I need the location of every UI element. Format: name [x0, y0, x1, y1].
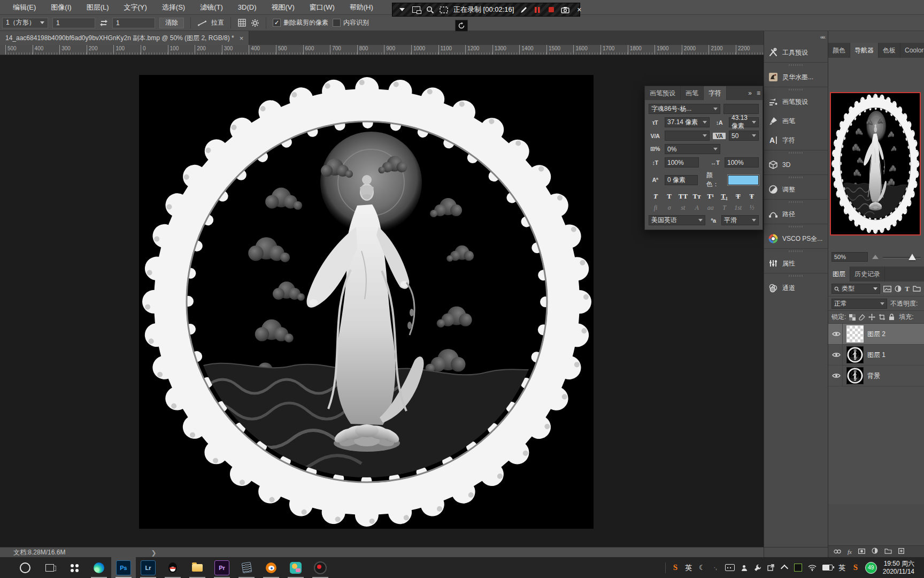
new-layer-icon[interactable] — [898, 547, 904, 556]
filter-pixel-layers-icon[interactable] — [883, 286, 891, 292]
taskbar-app-icon[interactable] — [37, 557, 62, 578]
recorder-camera-icon[interactable] — [561, 5, 569, 14]
layer-row[interactable]: 图层 1 — [828, 345, 924, 366]
taskbar-app-icon[interactable] — [160, 557, 185, 578]
crop-ratio-preset-select[interactable]: 1（方形） — [2, 18, 48, 28]
font-style-select[interactable] — [723, 104, 759, 114]
navigator-zoom-input[interactable]: 50% — [831, 252, 868, 262]
wifi-icon[interactable] — [808, 565, 817, 571]
document-image[interactable] — [139, 75, 594, 529]
vertical-scale-input[interactable]: 100% — [665, 157, 699, 168]
user-icon[interactable] — [741, 565, 748, 571]
filter-type-layers-icon[interactable]: T — [905, 285, 910, 293]
taskbar-app-icon[interactable] — [62, 557, 87, 578]
text-style-button[interactable]: T¹ — [705, 192, 717, 201]
recorder-stop-icon[interactable] — [547, 5, 556, 14]
touch-keyboard-icon[interactable] — [725, 564, 735, 571]
clear-button[interactable]: 清除 — [159, 18, 184, 28]
layer-thumbnail[interactable] — [847, 347, 863, 363]
menu-item[interactable]: 编辑(E) — [5, 0, 43, 15]
ime-language-icon-2[interactable]: 英 — [838, 563, 846, 573]
layer-visibility-eye-icon[interactable] — [830, 324, 843, 344]
opentype-button[interactable]: fi — [650, 204, 661, 212]
kerning-select[interactable] — [665, 131, 710, 141]
text-style-button[interactable]: Ŧ — [746, 192, 758, 201]
baseline-shift-input[interactable]: 0 像素 — [665, 175, 698, 185]
straighten-label[interactable]: 拉直 — [211, 18, 224, 27]
text-style-button[interactable]: TT — [677, 192, 689, 201]
notification-badge[interactable]: 49 — [865, 562, 877, 574]
new-group-icon[interactable] — [884, 547, 892, 556]
panel-expand-icon[interactable]: » — [745, 86, 754, 100]
opentype-button[interactable]: T — [719, 204, 730, 212]
settings-wrench-icon[interactable] — [754, 564, 761, 572]
content-aware-option[interactable]: 内容识别 — [333, 18, 369, 27]
panel-strip-item[interactable]: 调整 — [764, 180, 828, 199]
crop-settings-gear-icon[interactable] — [251, 19, 259, 27]
panel-strip-item[interactable]: 灵华水墨... — [764, 67, 828, 87]
layer-row[interactable]: 图层 2 — [828, 324, 924, 345]
recorder-collapse-icon[interactable] — [398, 5, 406, 14]
panel-strip-item[interactable]: 字符 — [764, 131, 828, 150]
tab-close-icon[interactable]: × — [240, 35, 244, 42]
recorder-close-icon[interactable]: × — [575, 5, 583, 14]
menu-item[interactable]: 文字(Y) — [117, 0, 155, 15]
layer-thumbnail[interactable] — [847, 326, 863, 342]
opentype-button[interactable]: σ — [664, 204, 675, 212]
sogou-input-icon[interactable]: S — [672, 563, 679, 572]
recorder-magnifier-icon[interactable] — [426, 5, 434, 14]
ime-dots-icon[interactable]: ·, — [712, 565, 719, 571]
link-layers-icon[interactable] — [834, 547, 841, 556]
layer-thumbnail[interactable] — [847, 368, 863, 384]
document-size-info[interactable]: 文档:8.28M/16.6M — [13, 548, 65, 557]
panel-strip-item[interactable]: 3D — [764, 155, 828, 174]
taskbar-app-icon[interactable]: Ps — [111, 557, 136, 578]
text-style-button[interactable]: T₁ — [719, 192, 730, 201]
menu-item[interactable]: 选择(S) — [155, 0, 192, 15]
recorder-region-icon[interactable] — [440, 5, 448, 14]
add-mask-icon[interactable] — [858, 547, 865, 556]
layer-name[interactable]: 图层 1 — [867, 351, 886, 360]
filter-group-layers-icon[interactable] — [913, 286, 921, 292]
ime-language-icon[interactable]: 英 — [685, 563, 692, 573]
lock-pixels-icon[interactable] — [859, 314, 865, 321]
panel-strip-item[interactable]: 画笔 — [764, 111, 828, 131]
new-adjustment-layer-icon[interactable] — [872, 547, 878, 556]
taskbar-app-icon[interactable] — [13, 557, 37, 578]
font-family-select[interactable]: 字魂86号-杨... — [649, 104, 720, 114]
recorder-restart-button[interactable] — [455, 20, 468, 32]
panel-menu-icon[interactable]: ≡ — [754, 86, 763, 100]
tracking-select[interactable]: 50 — [729, 131, 759, 141]
text-style-button[interactable]: T — [650, 192, 661, 201]
blend-mode-select[interactable]: 正常 — [831, 299, 887, 309]
menu-item[interactable]: 窗口(W) — [302, 0, 342, 15]
horizontal-ruler[interactable]: 5004003002001000100200300400500600700800… — [0, 45, 764, 55]
crop-width-input[interactable]: 1 — [52, 18, 95, 28]
taskbar-app-icon[interactable] — [283, 557, 308, 578]
menu-item[interactable]: 帮助(H) — [342, 0, 381, 15]
delete-cropped-pixels-checkbox[interactable] — [273, 19, 281, 27]
night-mode-moon-icon[interactable]: ☾ — [698, 564, 706, 572]
panel-tab[interactable]: Coolorus 2 — [900, 43, 924, 58]
language-select[interactable]: 美国英语 — [649, 215, 705, 225]
layer-row[interactable]: 背景 — [828, 366, 924, 386]
delete-cropped-pixels-option[interactable]: 删除裁剪的像素 — [273, 18, 328, 27]
panel-tab[interactable]: 导航器 — [850, 43, 879, 58]
taskbar-app-icon[interactable] — [87, 557, 111, 578]
proportional-spacing-select[interactable]: 0% — [665, 144, 720, 154]
panel-tab[interactable]: 历史记录 — [850, 267, 885, 282]
show-hidden-icons-chevron[interactable] — [781, 564, 788, 571]
navigator-zoom-slider[interactable] — [883, 253, 921, 261]
collapse-panels-icon[interactable]: «« — [820, 34, 825, 40]
gpu-tray-icon[interactable] — [794, 564, 802, 572]
opentype-button[interactable]: 1st — [732, 204, 744, 212]
panel-tab[interactable]: 颜色 — [828, 43, 850, 58]
sogou-input-icon-2[interactable]: S — [852, 563, 859, 572]
taskbar-app-icon[interactable] — [259, 557, 283, 578]
opentype-button[interactable]: aa — [705, 204, 717, 212]
panel-strip-item[interactable]: 路径 — [764, 204, 828, 224]
panel-strip-item[interactable]: 画笔预设 — [764, 92, 828, 111]
panel-tab[interactable]: 图层 — [828, 267, 850, 282]
lock-transparency-icon[interactable] — [849, 314, 856, 321]
lock-all-icon[interactable] — [889, 314, 895, 321]
